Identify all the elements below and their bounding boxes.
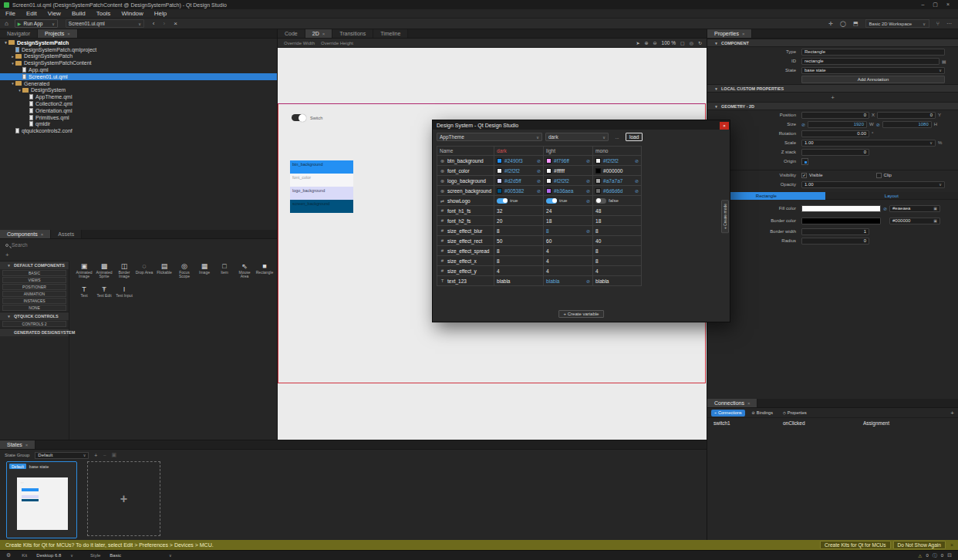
tree-item-designsystempatchcontent[interactable]: ▾DesignSystemPatchContent (0, 59, 277, 66)
tree-item-designsystempatch-qmlproject[interactable]: DesignSystemPatch.qmlproject (0, 46, 277, 53)
value-cell[interactable]: #a7a7a7⊘ (593, 176, 642, 186)
dialog-titlebar[interactable]: Design System - Qt Design Studio × (433, 120, 730, 130)
tree-item-orientation-qml[interactable]: Orientation.qml (0, 107, 277, 114)
value-cell[interactable]: 18 (544, 216, 593, 226)
value-cell[interactable]: #d2d5ff⊘ (494, 176, 544, 186)
z-stack-field[interactable]: 0 (801, 149, 869, 156)
move-tool-icon[interactable]: ✛ (828, 21, 833, 27)
border-color-field[interactable]: #000000▣ (889, 218, 940, 224)
variable-name-cell[interactable]: #size_effect_x (437, 256, 494, 266)
tree-item-app-qml[interactable]: App.qml (0, 66, 277, 73)
tab-2d[interactable]: 2D× (305, 29, 332, 38)
tree-item-qmldir[interactable]: qmldir (0, 121, 277, 128)
value-cell[interactable]: 20 (494, 216, 544, 226)
column-header-name[interactable]: Name (437, 147, 494, 156)
color-bar-screen-background[interactable]: screen_background (290, 200, 353, 213)
dialog-close-button[interactable]: × (720, 122, 729, 130)
value-cell[interactable]: 50 (494, 236, 544, 246)
value-cell[interactable]: 24 (544, 206, 593, 216)
id-field[interactable]: rectangle (801, 58, 939, 65)
radius-field[interactable]: 0 (801, 238, 869, 245)
menu-edit[interactable]: Edit (21, 10, 42, 17)
menu-file[interactable]: File (0, 10, 21, 17)
menu-view[interactable]: View (42, 10, 66, 17)
close-icon[interactable]: × (946, 2, 950, 8)
run-app-button[interactable]: ▶ Run App ∨ (15, 19, 58, 28)
tree-item-qtquickcontrols2-conf[interactable]: qtquickcontrols2.conf (0, 127, 277, 134)
workspace-selector[interactable]: Basic 2D Workspace ∨ (865, 19, 929, 28)
copy-icon[interactable]: ▣ (933, 206, 937, 211)
add-state-icon[interactable]: + (94, 453, 97, 458)
component-text-input[interactable]: IText Input (114, 285, 134, 307)
target-icon[interactable]: ◎ (690, 40, 693, 46)
value-cell[interactable]: 40 (593, 236, 642, 246)
section-custom-properties[interactable]: ▾LOCAL CUSTOM PROPERTIES (707, 84, 958, 93)
category-default-components[interactable]: ▾DEFAULT COMPONENTS (0, 261, 69, 269)
value-cell[interactable]: #6d6d6d⊘ (593, 186, 642, 196)
home-icon[interactable]: ⌂ (5, 20, 8, 27)
tab-layout[interactable]: Layout (825, 192, 958, 200)
tree-item-screen01-ui-qml[interactable]: Screen01.ui.qml (0, 73, 277, 80)
value-cell[interactable]: false (593, 196, 642, 206)
state-group-dropdown[interactable]: Default∨ (35, 452, 89, 459)
variable-name-cell[interactable]: Ttext_123 (437, 276, 494, 286)
section-component[interactable]: ▾COMPONENT (707, 39, 958, 47)
create-variable-button[interactable]: + Create variable (558, 310, 605, 318)
override-width-label[interactable]: Override Width (284, 41, 315, 46)
binding-link-icon[interactable]: ⊘ (537, 178, 541, 184)
connections-view-bindings[interactable]: ⊘Bindings (749, 410, 776, 417)
tree-expand-icon[interactable]: ▾ (10, 61, 15, 66)
clip-checkbox[interactable] (876, 173, 882, 178)
state-dropdown[interactable]: base state∨ (801, 67, 945, 74)
height-field[interactable]: 1080 (882, 121, 932, 128)
value-cell[interactable]: #005382⊘ (494, 186, 544, 196)
add-custom-property-button[interactable]: + (831, 94, 835, 101)
category-item-positioner[interactable]: POSITIONER (2, 284, 66, 290)
warning-icon[interactable]: ⚠ (918, 553, 922, 558)
value-cell[interactable]: 8 (593, 246, 642, 256)
menu-build[interactable]: Build (66, 10, 91, 17)
back-icon[interactable]: ‹ (153, 20, 155, 27)
override-height-label[interactable]: Override Height (321, 41, 353, 46)
variable-name-cell[interactable]: ⊛btn_background (437, 156, 494, 166)
component-text-edit[interactable]: ŦText Edit (94, 285, 114, 307)
add-connection-icon[interactable]: + (950, 410, 954, 417)
minimize-icon[interactable]: – (921, 2, 924, 8)
tree-expand-icon[interactable]: ▾ (17, 88, 22, 93)
variable-name-cell[interactable]: #font_h1_fs (437, 206, 494, 216)
fill-color-swatch[interactable] (801, 205, 881, 212)
tree-item-designsystempatch[interactable]: ▾DesignSystemPatch (0, 39, 277, 46)
value-cell[interactable]: 8 (494, 256, 544, 266)
theme-color-bars[interactable]: btn_backgroundfont_colorlogo_backgrounds… (290, 160, 353, 213)
variable-name-cell[interactable]: #size_effect_rect (437, 236, 494, 246)
value-cell[interactable]: 4 (544, 246, 593, 256)
toggle-off[interactable] (595, 198, 606, 204)
binding-link-icon[interactable]: ⊘ (586, 278, 590, 284)
component-drop-area[interactable]: ◌Drop Area (134, 262, 154, 284)
scale-field[interactable]: 1.00∨ (801, 140, 936, 147)
section-geometry[interactable]: ▾GEOMETRY - 2D (707, 102, 958, 110)
do-not-show-again-button[interactable]: Do Not Show Again (893, 541, 946, 549)
variable-name-cell[interactable]: ⊛font_color (437, 166, 494, 176)
value-cell[interactable]: #f2f2f2⊘ (593, 156, 642, 166)
binding-link-icon[interactable]: ⊘ (586, 158, 590, 164)
color-bar-font-color[interactable]: font_color (290, 174, 353, 187)
variable-name-cell[interactable]: #size_effect_blur (437, 226, 494, 236)
binding-link-icon[interactable]: ⊘ (876, 122, 880, 127)
component-image[interactable]: ▦Image (194, 262, 214, 284)
color-bar-btn-background[interactable]: btn_background (290, 160, 353, 174)
value-cell[interactable]: #f2f2f2⊘ (544, 176, 593, 186)
theme-dropdown[interactable]: dark∨ (545, 133, 609, 141)
binding-link-icon[interactable]: ⊘ (586, 228, 590, 234)
binding-link-icon[interactable]: ⊘ (635, 158, 639, 164)
value-cell[interactable]: 32 (494, 206, 544, 216)
position-x-field[interactable]: 0 (801, 112, 869, 119)
pointer-tool-icon[interactable]: ➤ (636, 40, 640, 46)
lock-icon[interactable]: ⬒ (853, 21, 858, 27)
value-cell[interactable]: #f796ff⊘ (544, 156, 593, 166)
width-field[interactable]: 1920 (808, 121, 867, 128)
component-search[interactable]: Search (0, 242, 28, 248)
component-text[interactable]: TText (74, 285, 94, 307)
value-cell[interactable]: blabla (494, 276, 544, 286)
add-state-placeholder[interactable]: + (87, 461, 160, 536)
